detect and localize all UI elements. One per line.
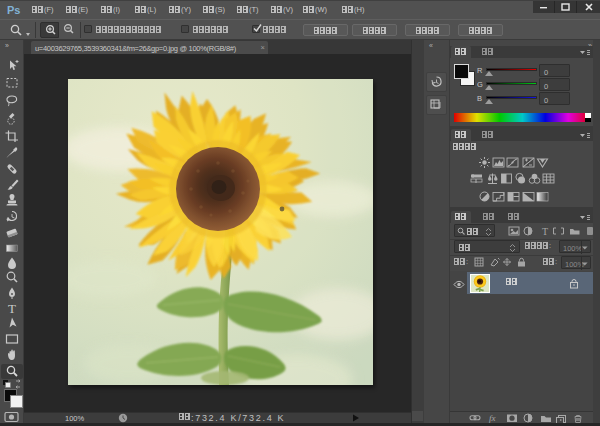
svg-text:T: T [8,301,16,315]
svg-text:T: T [542,226,548,236]
svg-text:fx: fx [489,413,496,423]
